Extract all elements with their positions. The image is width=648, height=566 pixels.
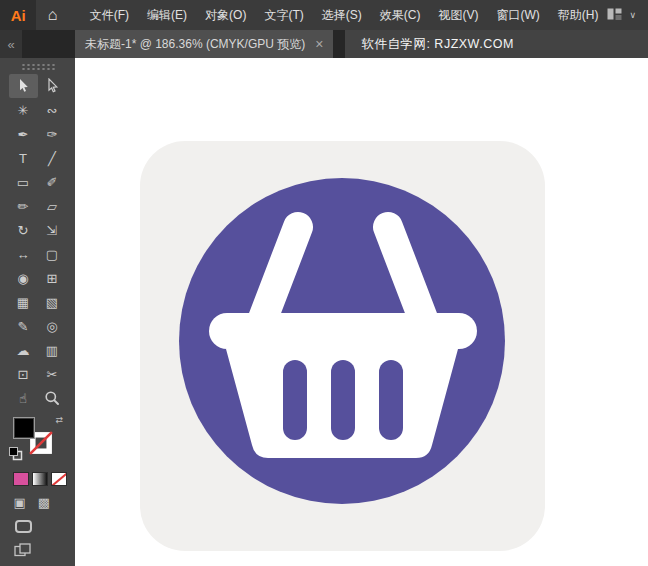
- site-watermark: 软件自学网: RJZXW.COM: [345, 30, 648, 58]
- basket-slots: [283, 360, 403, 440]
- default-fill-stroke-icon[interactable]: [9, 447, 23, 465]
- zoom-tool[interactable]: [38, 386, 67, 410]
- hand-tool[interactable]: ☝: [9, 386, 38, 410]
- blend-icon: ◎: [46, 319, 57, 334]
- app-logo[interactable]: Ai: [0, 0, 36, 30]
- column-graph-icon: ▥: [46, 343, 58, 358]
- menu-help[interactable]: 帮助(H): [549, 0, 608, 30]
- menu-object[interactable]: 对象(O): [196, 0, 255, 30]
- zoom-icon: [44, 390, 60, 406]
- screen-mode-row: [9, 520, 67, 533]
- shaper-tool[interactable]: ✏: [9, 194, 38, 218]
- mesh-icon: ▦: [17, 295, 29, 310]
- type-icon: T: [19, 151, 27, 166]
- lasso-icon: ∾: [47, 103, 58, 118]
- fill-stroke-widget: ⇄: [9, 417, 67, 463]
- rectangle-icon: ▭: [17, 175, 29, 190]
- puppet-warp-tool[interactable]: ◉: [9, 266, 38, 290]
- eraser-tool[interactable]: ▱: [38, 194, 67, 218]
- shaper-icon: ✏: [18, 199, 29, 214]
- eraser-icon: ▱: [47, 199, 57, 214]
- lasso-tool[interactable]: ∾: [38, 98, 67, 122]
- draw-mode-buttons: ▣ ▩: [9, 495, 67, 510]
- magic-wand-icon: ✳: [18, 103, 29, 118]
- workspace: ✳ ∾ ✒ ✑ T ╱ ▭ ✐ ✏ ▱ ↻ ⇲ ↔ ▢ ◉ ⊞ ▦ ▧ ✎ ◎: [0, 58, 648, 566]
- home-icon[interactable]: ⌂: [36, 0, 68, 30]
- artboard-tool[interactable]: ⊡: [9, 362, 38, 386]
- puppet-warp-icon: ◉: [17, 271, 28, 286]
- document-tab[interactable]: 未标题-1* @ 186.36% (CMYK/GPU 预览) ×: [75, 30, 333, 58]
- menubar-right: ∨: [607, 6, 648, 24]
- eyedropper-tool[interactable]: ✎: [9, 314, 38, 338]
- scale-icon: ⇲: [47, 223, 58, 238]
- slice-tool[interactable]: ✂: [38, 362, 67, 386]
- gradient-tool[interactable]: ▧: [38, 290, 67, 314]
- menu-file[interactable]: 文件(F): [81, 0, 138, 30]
- curvature-tool[interactable]: ✑: [38, 122, 67, 146]
- menu-view[interactable]: 视图(V): [429, 0, 487, 30]
- rotate-icon: ↻: [18, 223, 29, 238]
- perspective-grid-icon: ⊞: [47, 271, 58, 286]
- menu-edit[interactable]: 编辑(E): [138, 0, 196, 30]
- width-icon: ↔: [17, 247, 30, 262]
- app-icon-tile[interactable]: [140, 141, 545, 551]
- magic-wand-tool[interactable]: ✳: [9, 98, 38, 122]
- menu-window[interactable]: 窗口(W): [487, 0, 548, 30]
- draw-normal-icon[interactable]: ▣: [14, 495, 26, 510]
- swap-fill-stroke-icon[interactable]: ⇄: [56, 415, 64, 425]
- scale-tool[interactable]: ⇲: [38, 218, 67, 242]
- color-button[interactable]: [13, 472, 29, 486]
- type-tool[interactable]: T: [9, 146, 38, 170]
- hand-icon: ☝: [19, 391, 27, 406]
- menu-list: 文件(F) 编辑(E) 对象(O) 文字(T) 选择(S) 效果(C) 视图(V…: [81, 0, 608, 30]
- symbol-sprayer-icon: ☁: [17, 343, 30, 358]
- paintbrush-icon: ✐: [47, 175, 58, 190]
- document-tab-title: 未标题-1* @ 186.36% (CMYK/GPU 预览): [85, 36, 305, 53]
- line-segment-tool[interactable]: ╱: [38, 146, 67, 170]
- artboard-icon: ⊡: [18, 367, 29, 382]
- pen-tool[interactable]: ✒: [9, 122, 38, 146]
- free-transform-icon: ▢: [46, 247, 58, 262]
- curvature-icon: ✑: [47, 127, 58, 142]
- selection-cursor-icon: [16, 78, 30, 94]
- none-button[interactable]: [51, 472, 67, 486]
- rectangle-tool[interactable]: ▭: [9, 170, 38, 194]
- menu-select[interactable]: 选择(S): [313, 0, 371, 30]
- menu-type[interactable]: 文字(T): [255, 0, 312, 30]
- width-tool[interactable]: ↔: [9, 242, 38, 266]
- slice-icon: ✂: [47, 367, 58, 382]
- rotate-tool[interactable]: ↻: [9, 218, 38, 242]
- gradient-button[interactable]: [32, 472, 48, 486]
- screen-mode-icon[interactable]: [15, 520, 32, 533]
- edit-toolbar-icon[interactable]: [14, 543, 31, 557]
- tab-bar: « 未标题-1* @ 186.36% (CMYK/GPU 预览) × 软件自学网…: [0, 30, 648, 58]
- panel-grip[interactable]: [21, 63, 55, 70]
- draw-behind-icon[interactable]: ▩: [38, 495, 50, 510]
- pen-icon: ✒: [18, 127, 29, 142]
- paintbrush-tool[interactable]: ✐: [38, 170, 67, 194]
- fill-color-swatch[interactable]: [13, 417, 35, 439]
- symbol-sprayer-tool[interactable]: ☁: [9, 338, 38, 362]
- eyedropper-icon: ✎: [18, 319, 29, 334]
- canvas[interactable]: [75, 58, 648, 566]
- line-segment-icon: ╱: [48, 151, 56, 166]
- collapse-panels-icon[interactable]: «: [0, 30, 22, 58]
- tools-panel: ✳ ∾ ✒ ✑ T ╱ ▭ ✐ ✏ ▱ ↻ ⇲ ↔ ▢ ◉ ⊞ ▦ ▧ ✎ ◎: [0, 58, 75, 566]
- chevron-down-icon[interactable]: ∨: [629, 10, 636, 20]
- workspace-switcher-icon[interactable]: [607, 6, 622, 24]
- edit-toolbar-row: [9, 543, 67, 561]
- perspective-grid-tool[interactable]: ⊞: [38, 266, 67, 290]
- blend-tool[interactable]: ◎: [38, 314, 67, 338]
- fill-type-buttons: [9, 472, 67, 486]
- mesh-tool[interactable]: ▦: [9, 290, 38, 314]
- gradient-icon: ▧: [46, 295, 58, 310]
- direct-selection-tool[interactable]: [38, 74, 67, 98]
- selection-tool[interactable]: [9, 74, 38, 98]
- menu-bar: Ai ⌂ 文件(F) 编辑(E) 对象(O) 文字(T) 选择(S) 效果(C)…: [0, 0, 648, 30]
- direct-selection-cursor-icon: [45, 78, 59, 94]
- tool-grid: ✳ ∾ ✒ ✑ T ╱ ▭ ✐ ✏ ▱ ↻ ⇲ ↔ ▢ ◉ ⊞ ▦ ▧ ✎ ◎: [9, 74, 67, 410]
- menu-effect[interactable]: 效果(C): [371, 0, 430, 30]
- close-tab-icon[interactable]: ×: [315, 36, 323, 52]
- column-graph-tool[interactable]: ▥: [38, 338, 67, 362]
- free-transform-tool[interactable]: ▢: [38, 242, 67, 266]
